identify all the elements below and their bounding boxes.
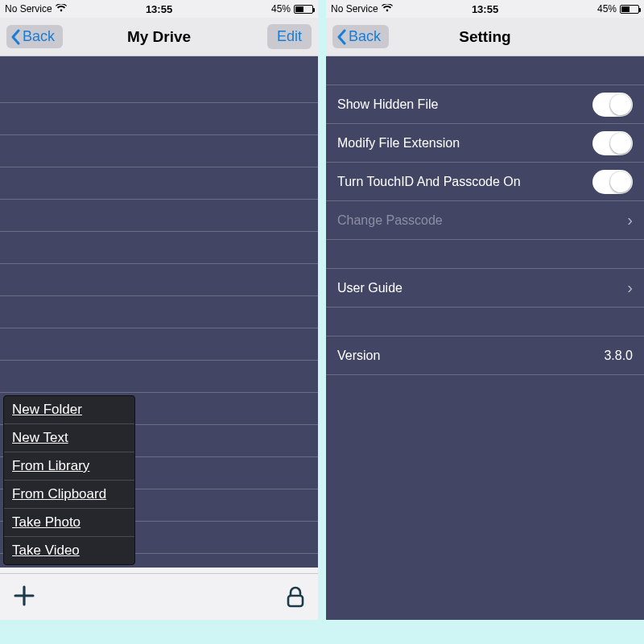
menu-item-take-video[interactable]: Take Video (4, 537, 134, 564)
nav-bar: Back Setting (326, 18, 644, 56)
bottom-toolbar (0, 573, 318, 620)
row-touchid-passcode[interactable]: Turn TouchID And Passcode On (326, 163, 644, 201)
row-label: User Guide (337, 281, 402, 295)
page-title: Setting (459, 28, 510, 46)
toggle-modify-ext[interactable] (592, 131, 633, 155)
back-label: Back (349, 28, 381, 45)
row-label: Modify File Extension (337, 136, 460, 151)
battery-icon (294, 5, 313, 14)
back-label: Back (23, 28, 55, 45)
nav-bar: Back My Drive Edit (0, 18, 318, 56)
toggle-touchid[interactable] (592, 170, 633, 194)
list-row[interactable] (0, 264, 318, 296)
list-row[interactable] (0, 56, 318, 103)
phone-screen-settings: No Service 13:55 45% Back Setting Show H… (326, 0, 644, 620)
list-row[interactable] (0, 296, 318, 328)
page-title: My Drive (127, 28, 191, 46)
status-time: 13:55 (146, 3, 172, 15)
edit-button[interactable]: Edit (267, 24, 312, 49)
section-gap (326, 308, 644, 336)
list-row[interactable] (0, 361, 318, 393)
chevron-right-icon: › (627, 279, 633, 297)
wifi-icon (56, 3, 67, 14)
settings-list: Show Hidden File Modify File Extension T… (326, 56, 644, 620)
list-row[interactable] (0, 328, 318, 361)
menu-item-from-clipboard[interactable]: From Clipboard (4, 481, 134, 509)
add-button[interactable] (13, 584, 35, 611)
phone-screen-drive: No Service 13:55 45% Back My Drive Edit (0, 0, 318, 620)
toggle-show-hidden[interactable] (592, 93, 633, 117)
add-menu-popup: New Folder New Text From Library From Cl… (3, 395, 135, 565)
battery-pct: 45% (271, 3, 291, 14)
row-user-guide[interactable]: User Guide › (326, 269, 644, 308)
row-label: Show Hidden File (337, 97, 438, 112)
battery-icon (620, 5, 639, 14)
row-label: Version (337, 349, 380, 363)
status-bar: No Service 13:55 45% (326, 0, 644, 18)
lock-button[interactable] (286, 586, 305, 609)
svg-rect-0 (288, 596, 303, 606)
list-row[interactable] (0, 232, 318, 264)
row-modify-file-extension[interactable]: Modify File Extension (326, 124, 644, 163)
menu-item-new-folder[interactable]: New Folder (4, 396, 134, 424)
carrier-text: No Service (5, 3, 52, 14)
version-value: 3.8.0 (604, 349, 633, 363)
menu-item-new-text[interactable]: New Text (4, 424, 134, 452)
menu-item-from-library[interactable]: From Library (4, 452, 134, 481)
chevron-right-icon: › (627, 211, 633, 229)
row-change-passcode[interactable]: Change Passcode › (326, 201, 644, 240)
status-bar: No Service 13:55 45% (0, 0, 318, 18)
back-button[interactable]: Back (332, 25, 389, 48)
list-row[interactable] (0, 103, 318, 135)
row-label: Change Passcode (337, 213, 443, 228)
battery-pct: 45% (597, 3, 617, 14)
section-gap (326, 240, 644, 269)
row-label: Turn TouchID And Passcode On (337, 175, 521, 189)
edit-label: Edit (277, 28, 302, 44)
carrier-text: No Service (331, 3, 378, 14)
menu-item-take-photo[interactable]: Take Photo (4, 509, 134, 537)
section-gap (326, 56, 644, 85)
row-version: Version 3.8.0 (326, 336, 644, 375)
wifi-icon (382, 3, 393, 14)
status-time: 13:55 (472, 3, 498, 15)
row-show-hidden-file[interactable]: Show Hidden File (326, 85, 644, 124)
list-row[interactable] (0, 167, 318, 200)
list-row[interactable] (0, 135, 318, 167)
back-button[interactable]: Back (6, 25, 63, 48)
list-row[interactable] (0, 200, 318, 232)
